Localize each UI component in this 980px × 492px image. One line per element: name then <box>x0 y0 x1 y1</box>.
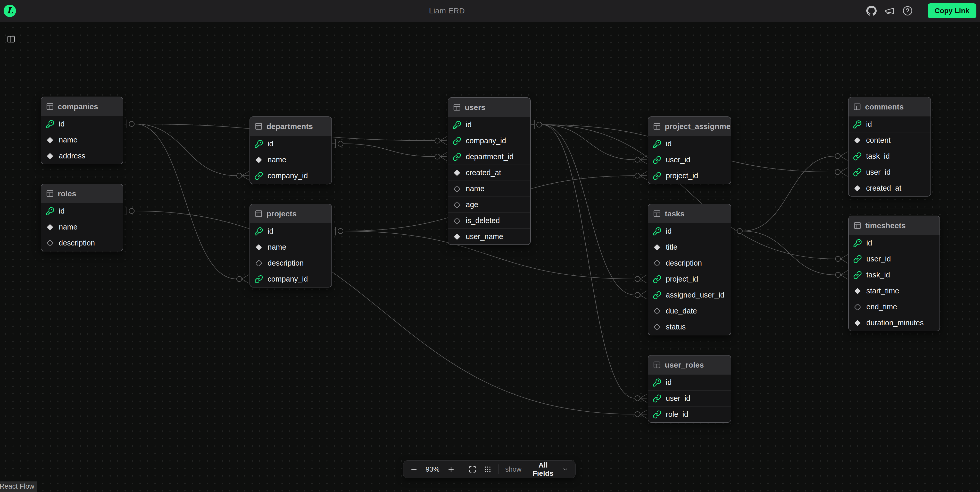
plus-icon <box>447 465 455 473</box>
liam-logo-icon[interactable]: L <box>3 5 16 17</box>
column-roles-description[interactable]: description <box>41 235 123 251</box>
column-comments-user_id[interactable]: user_id <box>848 164 931 180</box>
column-project_assignments-id[interactable]: id <box>648 136 731 152</box>
column-users-id[interactable]: id <box>448 117 530 133</box>
zoom-out-button[interactable] <box>410 465 418 473</box>
column-projects-id[interactable]: id <box>250 223 331 239</box>
diamond-icon <box>853 287 862 295</box>
column-name: created_at <box>866 184 901 192</box>
cardinality-many-marker <box>835 168 848 176</box>
column-users-created_at[interactable]: created_at <box>448 165 530 181</box>
tidy-up-button[interactable] <box>484 465 492 473</box>
column-comments-created_at[interactable]: created_at <box>848 180 931 196</box>
table-user_roles[interactable]: user_roles id user_id role_id <box>648 355 731 423</box>
column-users-company_id[interactable]: company_id <box>448 133 530 149</box>
column-timesheets-end_time[interactable]: end_time <box>849 299 940 315</box>
column-tasks-due_date[interactable]: due_date <box>648 303 731 319</box>
table-project_assignments[interactable]: project_assignme... id user_id project_i… <box>648 116 731 184</box>
cardinality-many-marker <box>237 275 249 283</box>
table-header[interactable]: companies <box>41 97 123 116</box>
column-departments-name[interactable]: name <box>250 152 331 168</box>
column-departments-company_id[interactable]: company_id <box>250 168 331 184</box>
table-header[interactable]: tasks <box>648 204 731 223</box>
column-name: id <box>666 227 672 235</box>
link-icon <box>653 275 662 284</box>
table-tasks[interactable]: tasks id title description project_id as… <box>648 204 731 335</box>
column-comments-task_id[interactable]: task_id <box>848 148 931 164</box>
show-mode-select[interactable]: All Fields <box>528 461 569 478</box>
table-title: companies <box>58 102 98 111</box>
column-projects-company_id[interactable]: company_id <box>250 271 331 287</box>
column-project_assignments-user_id[interactable]: user_id <box>648 152 731 168</box>
column-companies-address[interactable]: address <box>41 148 123 164</box>
column-comments-content[interactable]: content <box>848 132 931 148</box>
table-header[interactable]: project_assignme... <box>648 117 731 136</box>
table-title: user_roles <box>665 360 704 370</box>
column-tasks-status[interactable]: status <box>648 319 731 335</box>
table-users[interactable]: users id company_id department_id create… <box>448 97 531 245</box>
column-name: user_id <box>866 255 891 263</box>
table-projects[interactable]: projects id name description company_id <box>250 204 332 287</box>
table-header[interactable]: user_roles <box>648 356 731 374</box>
table-header[interactable]: users <box>448 98 530 117</box>
column-name: user_id <box>666 156 690 164</box>
zoom-in-button[interactable] <box>447 465 455 473</box>
sidebar-toggle-button[interactable] <box>4 32 18 46</box>
table-header[interactable]: timesheets <box>849 216 940 235</box>
column-tasks-description[interactable]: description <box>648 255 731 271</box>
column-name: title <box>666 243 678 251</box>
table-title: project_assignme... <box>665 122 731 131</box>
table-departments[interactable]: departments id name company_id <box>250 116 332 184</box>
erd-canvas[interactable]: companies id name address roles id <box>0 22 980 492</box>
column-users-is_deleted[interactable]: is_deleted <box>448 213 530 229</box>
fit-view-button[interactable] <box>469 465 476 473</box>
diamond-icon <box>46 136 54 144</box>
column-users-name[interactable]: name <box>448 181 530 197</box>
column-user_roles-id[interactable]: id <box>648 374 731 390</box>
reactflow-attribution[interactable]: React Flow <box>0 481 37 492</box>
column-user_roles-user_id[interactable]: user_id <box>648 390 731 406</box>
column-roles-id[interactable]: id <box>41 203 123 219</box>
table-header[interactable]: departments <box>250 117 331 136</box>
column-companies-id[interactable]: id <box>41 116 123 132</box>
minus-icon <box>410 465 418 473</box>
column-users-user_name[interactable]: user_name <box>448 229 530 244</box>
table-header[interactable]: roles <box>41 184 123 203</box>
column-timesheets-user_id[interactable]: user_id <box>849 251 940 267</box>
table-header[interactable]: projects <box>250 204 331 223</box>
table-timesheets[interactable]: timesheets id user_id task_id start_time… <box>848 216 940 331</box>
column-user_roles-role_id[interactable]: role_id <box>648 406 731 422</box>
column-projects-description[interactable]: description <box>250 255 331 271</box>
column-name: id <box>59 207 65 215</box>
column-timesheets-start_time[interactable]: start_time <box>849 283 940 299</box>
column-projects-name[interactable]: name <box>250 239 331 255</box>
column-timesheets-id[interactable]: id <box>849 235 940 251</box>
diamond-outline-icon <box>653 307 662 316</box>
column-tasks-title[interactable]: title <box>648 239 731 255</box>
column-project_assignments-project_id[interactable]: project_id <box>648 168 731 184</box>
column-companies-name[interactable]: name <box>41 132 123 148</box>
column-name: task_id <box>866 152 890 160</box>
table-companies[interactable]: companies id name address <box>41 97 123 164</box>
column-tasks-assigned_user_id[interactable]: assigned_user_id <box>648 287 731 303</box>
copy-link-button[interactable]: Copy Link <box>928 3 977 18</box>
column-tasks-id[interactable]: id <box>648 223 731 239</box>
column-timesheets-task_id[interactable]: task_id <box>849 267 940 283</box>
column-comments-id[interactable]: id <box>848 116 931 132</box>
cardinality-many-marker <box>635 275 647 283</box>
column-roles-name[interactable]: name <box>41 219 123 235</box>
table-header[interactable]: comments <box>848 97 931 116</box>
help-button[interactable] <box>902 6 913 16</box>
table-title: departments <box>267 122 313 131</box>
column-users-age[interactable]: age <box>448 197 530 213</box>
column-users-department_id[interactable]: department_id <box>448 149 530 165</box>
column-departments-id[interactable]: id <box>250 136 331 152</box>
table-comments[interactable]: comments id content task_id user_id crea… <box>848 97 931 197</box>
github-button[interactable] <box>866 6 877 16</box>
column-timesheets-duration_minutes[interactable]: duration_minutes <box>849 315 940 331</box>
column-tasks-project_id[interactable]: project_id <box>648 271 731 287</box>
cardinality-many-marker <box>635 171 647 180</box>
announcements-button[interactable] <box>885 6 895 16</box>
cardinality-many-marker <box>435 136 447 145</box>
table-roles[interactable]: roles id name description <box>41 184 123 251</box>
